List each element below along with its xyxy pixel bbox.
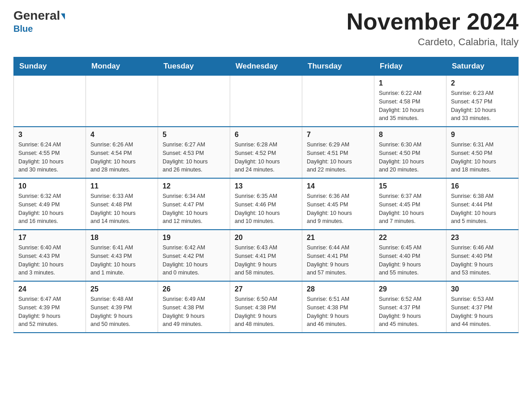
calendar-cell: 12Sunrise: 6:34 AM Sunset: 4:47 PM Dayli… <box>158 178 230 230</box>
day-number: 18 <box>90 234 153 242</box>
header-row: SundayMondayTuesdayWednesdayThursdayFrid… <box>14 57 519 76</box>
day-info: Sunrise: 6:37 AM Sunset: 4:45 PM Dayligh… <box>379 192 442 226</box>
day-number: 14 <box>307 182 369 190</box>
location-subtitle: Cardeto, Calabria, Italy <box>347 36 519 48</box>
day-info: Sunrise: 6:29 AM Sunset: 4:51 PM Dayligh… <box>307 141 369 174</box>
day-number: 20 <box>235 234 297 242</box>
day-info: Sunrise: 6:53 AM Sunset: 4:37 PM Dayligh… <box>451 295 514 329</box>
calendar-cell: 29Sunrise: 6:52 AM Sunset: 4:37 PM Dayli… <box>374 281 446 333</box>
week-row-5: 24Sunrise: 6:47 AM Sunset: 4:39 PM Dayli… <box>14 281 519 333</box>
page-header: General Blue November 2024 Cardeto, Cala… <box>13 9 519 48</box>
calendar-cell: 11Sunrise: 6:33 AM Sunset: 4:48 PM Dayli… <box>86 178 158 230</box>
day-info: Sunrise: 6:52 AM Sunset: 4:37 PM Dayligh… <box>379 295 442 329</box>
calendar-cell: 1Sunrise: 6:22 AM Sunset: 4:58 PM Daylig… <box>374 76 446 127</box>
calendar-cell: 30Sunrise: 6:53 AM Sunset: 4:37 PM Dayli… <box>446 281 519 333</box>
header-day-thursday: Thursday <box>302 57 374 76</box>
day-info: Sunrise: 6:38 AM Sunset: 4:44 PM Dayligh… <box>451 192 514 226</box>
week-row-4: 17Sunrise: 6:40 AM Sunset: 4:43 PM Dayli… <box>14 230 519 281</box>
day-number: 27 <box>235 285 297 293</box>
day-number: 4 <box>90 131 153 139</box>
day-info: Sunrise: 6:35 AM Sunset: 4:46 PM Dayligh… <box>235 192 297 226</box>
day-info: Sunrise: 6:34 AM Sunset: 4:47 PM Dayligh… <box>163 192 225 226</box>
day-info: Sunrise: 6:50 AM Sunset: 4:38 PM Dayligh… <box>235 295 297 329</box>
day-info: Sunrise: 6:46 AM Sunset: 4:40 PM Dayligh… <box>451 244 514 277</box>
day-info: Sunrise: 6:22 AM Sunset: 4:58 PM Dayligh… <box>379 89 442 123</box>
calendar-cell: 14Sunrise: 6:36 AM Sunset: 4:45 PM Dayli… <box>302 178 374 230</box>
logo-blue-text: Blue <box>13 24 33 34</box>
calendar-cell: 9Sunrise: 6:31 AM Sunset: 4:50 PM Daylig… <box>446 127 519 178</box>
day-number: 16 <box>451 182 514 190</box>
day-number: 22 <box>379 234 442 242</box>
day-number: 25 <box>90 285 153 293</box>
calendar-cell: 21Sunrise: 6:44 AM Sunset: 4:41 PM Dayli… <box>302 230 374 281</box>
calendar-cell: 19Sunrise: 6:42 AM Sunset: 4:42 PM Dayli… <box>158 230 230 281</box>
calendar-cell: 13Sunrise: 6:35 AM Sunset: 4:46 PM Dayli… <box>230 178 302 230</box>
day-number: 5 <box>163 131 225 139</box>
day-info: Sunrise: 6:41 AM Sunset: 4:43 PM Dayligh… <box>90 244 153 277</box>
header-day-saturday: Saturday <box>446 57 519 76</box>
logo-triangle-icon <box>61 13 65 20</box>
day-info: Sunrise: 6:45 AM Sunset: 4:40 PM Dayligh… <box>379 244 442 277</box>
day-number: 24 <box>18 285 81 293</box>
calendar-cell: 16Sunrise: 6:38 AM Sunset: 4:44 PM Dayli… <box>446 178 519 230</box>
day-info: Sunrise: 6:49 AM Sunset: 4:38 PM Dayligh… <box>163 295 225 329</box>
week-row-2: 3Sunrise: 6:24 AM Sunset: 4:55 PM Daylig… <box>14 127 519 178</box>
header-day-friday: Friday <box>374 57 446 76</box>
day-info: Sunrise: 6:36 AM Sunset: 4:45 PM Dayligh… <box>307 192 369 226</box>
day-info: Sunrise: 6:24 AM Sunset: 4:55 PM Dayligh… <box>18 141 81 174</box>
day-number: 12 <box>163 182 225 190</box>
header-day-monday: Monday <box>86 57 158 76</box>
calendar-cell: 17Sunrise: 6:40 AM Sunset: 4:43 PM Dayli… <box>14 230 86 281</box>
calendar-cell: 20Sunrise: 6:43 AM Sunset: 4:41 PM Dayli… <box>230 230 302 281</box>
title-block: November 2024 Cardeto, Calabria, Italy <box>347 9 519 48</box>
day-number: 21 <box>307 234 369 242</box>
calendar-cell <box>302 76 374 127</box>
day-info: Sunrise: 6:31 AM Sunset: 4:50 PM Dayligh… <box>451 141 514 174</box>
day-number: 1 <box>379 79 442 87</box>
day-info: Sunrise: 6:51 AM Sunset: 4:38 PM Dayligh… <box>307 295 369 329</box>
day-info: Sunrise: 6:33 AM Sunset: 4:48 PM Dayligh… <box>90 192 153 226</box>
day-number: 29 <box>379 285 442 293</box>
day-number: 13 <box>235 182 297 190</box>
logo: General Blue <box>13 9 65 34</box>
calendar-cell: 2Sunrise: 6:23 AM Sunset: 4:57 PM Daylig… <box>446 76 519 127</box>
calendar-cell: 22Sunrise: 6:45 AM Sunset: 4:40 PM Dayli… <box>374 230 446 281</box>
day-info: Sunrise: 6:48 AM Sunset: 4:39 PM Dayligh… <box>90 295 153 329</box>
day-info: Sunrise: 6:32 AM Sunset: 4:49 PM Dayligh… <box>18 192 81 226</box>
calendar-cell: 8Sunrise: 6:30 AM Sunset: 4:50 PM Daylig… <box>374 127 446 178</box>
day-info: Sunrise: 6:42 AM Sunset: 4:42 PM Dayligh… <box>163 244 225 277</box>
header-day-wednesday: Wednesday <box>230 57 302 76</box>
day-number: 10 <box>18 182 81 190</box>
day-number: 30 <box>451 285 514 293</box>
calendar-cell: 24Sunrise: 6:47 AM Sunset: 4:39 PM Dayli… <box>14 281 86 333</box>
day-number: 17 <box>18 234 81 242</box>
calendar-cell <box>86 76 158 127</box>
day-number: 9 <box>451 131 514 139</box>
calendar-cell: 26Sunrise: 6:49 AM Sunset: 4:38 PM Dayli… <box>158 281 230 333</box>
day-info: Sunrise: 6:23 AM Sunset: 4:57 PM Dayligh… <box>451 89 514 123</box>
month-title: November 2024 <box>347 9 519 34</box>
calendar-cell: 3Sunrise: 6:24 AM Sunset: 4:55 PM Daylig… <box>14 127 86 178</box>
day-number: 28 <box>307 285 369 293</box>
day-info: Sunrise: 6:40 AM Sunset: 4:43 PM Dayligh… <box>18 244 81 277</box>
calendar-cell: 23Sunrise: 6:46 AM Sunset: 4:40 PM Dayli… <box>446 230 519 281</box>
day-number: 11 <box>90 182 153 190</box>
day-number: 3 <box>18 131 81 139</box>
calendar-cell <box>158 76 230 127</box>
calendar-cell: 5Sunrise: 6:27 AM Sunset: 4:53 PM Daylig… <box>158 127 230 178</box>
week-row-3: 10Sunrise: 6:32 AM Sunset: 4:49 PM Dayli… <box>14 178 519 230</box>
calendar-cell: 7Sunrise: 6:29 AM Sunset: 4:51 PM Daylig… <box>302 127 374 178</box>
day-number: 26 <box>163 285 225 293</box>
calendar-cell: 6Sunrise: 6:28 AM Sunset: 4:52 PM Daylig… <box>230 127 302 178</box>
calendar-cell: 15Sunrise: 6:37 AM Sunset: 4:45 PM Dayli… <box>374 178 446 230</box>
calendar-cell: 18Sunrise: 6:41 AM Sunset: 4:43 PM Dayli… <box>86 230 158 281</box>
header-day-tuesday: Tuesday <box>158 57 230 76</box>
day-info: Sunrise: 6:43 AM Sunset: 4:41 PM Dayligh… <box>235 244 297 277</box>
calendar-cell: 10Sunrise: 6:32 AM Sunset: 4:49 PM Dayli… <box>14 178 86 230</box>
calendar-table: SundayMondayTuesdayWednesdayThursdayFrid… <box>13 57 519 333</box>
day-info: Sunrise: 6:28 AM Sunset: 4:52 PM Dayligh… <box>235 141 297 174</box>
calendar-cell: 28Sunrise: 6:51 AM Sunset: 4:38 PM Dayli… <box>302 281 374 333</box>
day-info: Sunrise: 6:26 AM Sunset: 4:54 PM Dayligh… <box>90 141 153 174</box>
day-number: 6 <box>235 131 297 139</box>
day-info: Sunrise: 6:44 AM Sunset: 4:41 PM Dayligh… <box>307 244 369 277</box>
